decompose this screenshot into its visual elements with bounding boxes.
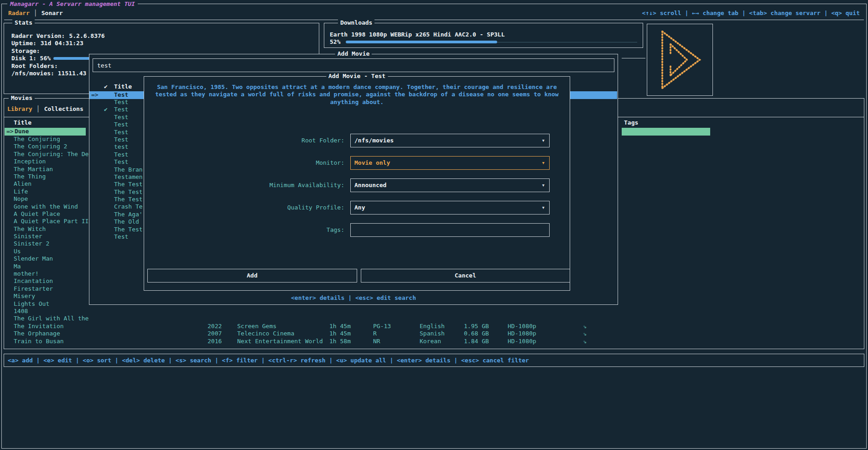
movie-detail-row[interactable]: 2007 Telecinco Cinema 1h 45m R Spanish 0… — [0, 330, 868, 337]
result-title: Test — [114, 114, 128, 121]
movie-row[interactable]: Firestarter — [14, 285, 89, 293]
studio-cell: Next Entertainment World — [237, 338, 323, 345]
movie-row[interactable]: The Girl with All the — [14, 315, 89, 322]
result-row[interactable]: ✔ The Aga' — [89, 211, 143, 218]
movie-row[interactable]: Nope — [14, 195, 89, 203]
result-row[interactable]: ✔ Test — [89, 114, 143, 121]
movie-row[interactable]: Slender Man — [14, 255, 89, 262]
result-row[interactable]: ✔ The Test — [89, 181, 143, 188]
result-row[interactable]: ✔ Test — [89, 233, 143, 241]
check-icon: ✔ — [104, 106, 108, 113]
result-row[interactable]: ✔ Test — [89, 129, 143, 136]
field-select[interactable] — [350, 223, 550, 237]
selected-result-title: Test — [114, 91, 128, 99]
selected-movie-row[interactable]: => Dune — [5, 128, 86, 136]
result-row[interactable]: ✔ Testamen — [89, 173, 143, 181]
result-row[interactable]: ✔ Test — [89, 136, 143, 143]
field-label: Monitor: — [144, 156, 344, 170]
cancel-button[interactable]: Cancel — [361, 269, 571, 283]
header-keybinds: <↑↓> scroll | ←→ change tab | <tab> chan… — [642, 10, 860, 17]
disk-label: Disk 1: 56% — [11, 55, 51, 62]
modal-title: Add Movie - Test — [326, 73, 388, 80]
result-row[interactable]: ✔ The Bran — [89, 166, 143, 173]
header-separator — [4, 20, 864, 20]
quality-cell: HD-1080p — [508, 330, 536, 337]
result-title: The Test — [114, 181, 143, 188]
movie-row[interactable]: Life — [14, 188, 89, 195]
studio-cell: Telecinco Cinema — [237, 330, 294, 337]
movie-row[interactable]: Lights Out — [14, 300, 89, 308]
results-title-header: Title — [114, 83, 132, 90]
movie-row[interactable]: The Conjuring: The De — [14, 151, 89, 158]
bottom-keybinds: <a> add | <e> edit | <o> sort | <del> de… — [8, 354, 529, 366]
movie-row[interactable]: Sinister 2 — [14, 240, 89, 247]
result-title: Test — [114, 129, 128, 136]
movie-row[interactable]: Sinister — [14, 233, 89, 240]
field-select[interactable]: /nfs/movies ▾ — [350, 134, 550, 147]
movie-detail-row[interactable]: 2022 Screen Gems 1h 45m PG-13 English 1.… — [0, 323, 868, 330]
result-row[interactable]: ✔ Test — [89, 99, 143, 106]
movie-row[interactable]: Incantation — [14, 277, 89, 285]
studio-cell: Screen Gems — [237, 323, 276, 330]
movie-row[interactable]: The Conjuring 2 — [14, 143, 89, 150]
dropdown-arrow-icon: ▾ — [541, 201, 545, 214]
result-title: The Test — [114, 196, 143, 203]
tab-library[interactable]: Library — [7, 105, 32, 112]
movies-tabs: Library│Collections — [7, 105, 83, 113]
dropdown-arrow-icon: ▾ — [541, 134, 545, 147]
add-button[interactable]: Add — [147, 269, 357, 283]
gauge-fill — [346, 41, 497, 43]
movies-list: The Conjuring The Conjuring 2 The Conjur… — [14, 136, 89, 346]
movie-row[interactable]: Misery — [14, 293, 89, 300]
quality-cell: HD-1080p — [508, 323, 536, 330]
tab-sonarr[interactable]: Sonarr — [42, 10, 63, 16]
result-title: Test — [114, 121, 128, 128]
movie-row[interactable]: mother! — [14, 270, 89, 277]
quality-cell: HD-1080p — [508, 338, 536, 345]
result-row[interactable]: ✔ The Old — [89, 218, 143, 225]
movie-row[interactable]: 1408 — [14, 308, 89, 315]
result-row[interactable]: ✔ The Test — [89, 188, 143, 196]
movie-row[interactable]: Gone with the Wind — [14, 203, 89, 210]
result-row[interactable]: ✔ The Test — [89, 196, 143, 203]
certification-cell: NR — [373, 338, 380, 345]
tab-radarr[interactable]: Radarr — [8, 10, 30, 16]
version-row: Radarr Version:5.2.6.8376 — [11, 32, 315, 40]
result-row[interactable]: ✔ test — [89, 143, 143, 151]
result-row[interactable]: ✔ Test — [89, 121, 143, 128]
form-field: Root Folder: /nfs/movies ▾ — [144, 134, 570, 147]
year-cell: 2022 — [208, 323, 222, 330]
download-item[interactable]: Earth 1998 1080p WEBRip x265 Hindi AAC2.… — [330, 31, 639, 38]
movie-row[interactable]: Ma — [14, 263, 89, 270]
field-select[interactable]: Movie only ▾ — [350, 156, 550, 170]
add-movie-search-input[interactable] — [93, 58, 614, 72]
movies-tags-header: Tags — [624, 119, 638, 126]
popup-footer-keybinds: <enter> details | <esc> edit search — [89, 294, 618, 302]
result-row[interactable]: ✔ Test — [89, 151, 143, 158]
certification-cell: R — [373, 330, 377, 337]
field-value: Movie only — [354, 157, 390, 169]
dropdown-arrow-icon: ▾ — [541, 157, 545, 169]
movie-row[interactable]: The Conjuring — [14, 136, 89, 143]
add-movie-title: Add Movie — [335, 50, 372, 58]
movie-row[interactable]: Us — [14, 248, 89, 255]
year-cell: 2016 — [208, 338, 222, 345]
movie-detail-row[interactable]: 2016 Next Entertainment World 1h 58m NR … — [0, 338, 868, 345]
result-row[interactable]: ✔ Crash Te — [89, 203, 143, 210]
uptime-value: 31d 04:31:23 — [41, 40, 83, 47]
movie-overview: San Francisco, 1985. Two opposites attra… — [151, 84, 563, 106]
tab-collections[interactable]: Collections — [44, 105, 83, 112]
movie-row[interactable]: A Quiet Place — [14, 210, 89, 218]
result-row[interactable]: ✔ The Test — [89, 226, 143, 233]
field-select[interactable]: Announced ▾ — [350, 178, 550, 192]
movie-row[interactable]: Inception — [14, 158, 89, 165]
result-row[interactable]: ✔ Test — [89, 106, 143, 113]
movie-row[interactable]: The Thing — [14, 173, 89, 180]
movie-row[interactable]: A Quiet Place Part II — [14, 218, 89, 225]
movie-row[interactable]: Alien — [14, 180, 89, 188]
form-field: Monitor: Movie only ▾ — [144, 156, 570, 170]
movie-row[interactable]: The Martian — [14, 166, 89, 173]
field-select[interactable]: Any ▾ — [350, 201, 550, 215]
result-row[interactable]: ✔ Test — [89, 158, 143, 166]
movie-row[interactable]: The Witch — [14, 225, 89, 233]
